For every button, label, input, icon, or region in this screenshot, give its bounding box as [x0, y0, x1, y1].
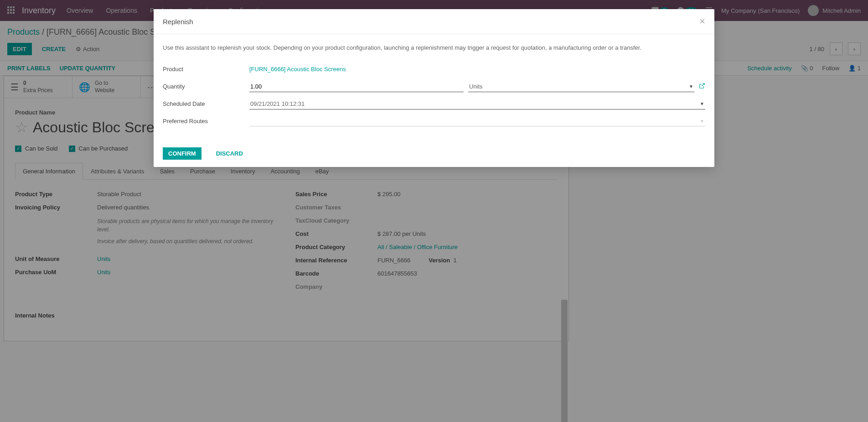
modal-routes-label: Preferred Routes — [163, 118, 249, 125]
modal-intro: Use this assistant to replenish your sto… — [163, 43, 705, 52]
date-value: 09/21/2021 10:12:31 — [250, 100, 305, 107]
units-value: Units — [469, 83, 483, 90]
discard-button[interactable]: DISCARD — [212, 147, 248, 160]
external-link-icon[interactable] — [699, 83, 705, 90]
replenish-modal: Replenish × Use this assistant to replen… — [154, 9, 714, 167]
close-icon[interactable]: × — [699, 16, 705, 26]
preferred-routes-select[interactable]: ▼ — [249, 116, 705, 126]
modal-quantity-label: Quantity — [163, 83, 249, 90]
units-select[interactable]: Units ▼ — [468, 81, 694, 92]
modal-title: Replenish — [163, 18, 193, 26]
quantity-input[interactable] — [249, 81, 464, 92]
modal-product-label: Product — [163, 66, 249, 73]
modal-product-link[interactable]: [FURN_6666] Acoustic Bloc Screens — [249, 66, 346, 73]
confirm-button[interactable]: CONFIRM — [163, 147, 202, 160]
chevron-down-icon: ▼ — [689, 84, 693, 89]
modal-date-label: Scheduled Date — [163, 100, 249, 107]
chevron-down-icon: ▼ — [700, 101, 704, 106]
chevron-down-icon: ▼ — [700, 119, 704, 124]
scheduled-date-input[interactable]: 09/21/2021 10:12:31 ▼ — [249, 99, 705, 109]
